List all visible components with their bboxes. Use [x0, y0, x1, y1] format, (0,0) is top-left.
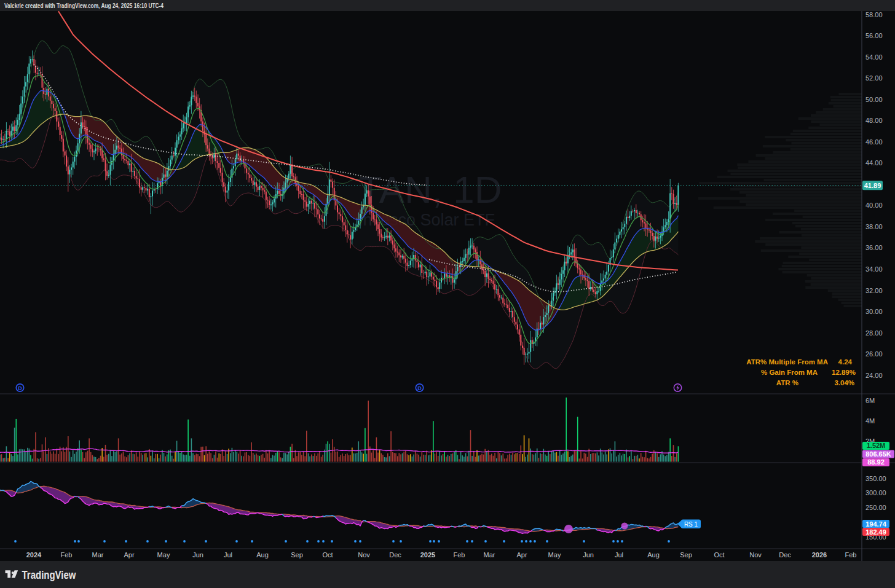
- svg-text:Mar: Mar: [92, 551, 104, 559]
- svg-text:52.00: 52.00: [865, 74, 883, 82]
- svg-text:194.74: 194.74: [865, 520, 887, 528]
- svg-text:44.00: 44.00: [865, 159, 883, 167]
- svg-text:4.24: 4.24: [838, 358, 853, 366]
- svg-text:48.00: 48.00: [865, 117, 883, 124]
- svg-text:32.00: 32.00: [865, 287, 883, 294]
- svg-text:28.00: 28.00: [865, 329, 883, 337]
- svg-text:250.00: 250.00: [865, 504, 886, 511]
- svg-text:36.00: 36.00: [865, 244, 883, 251]
- svg-text:Oct: Oct: [322, 551, 333, 559]
- svg-text:2024: 2024: [26, 551, 42, 559]
- svg-text:182.49: 182.49: [865, 528, 886, 536]
- svg-text:54.00: 54.00: [865, 53, 883, 61]
- svg-text:TradingView: TradingView: [22, 569, 77, 581]
- svg-text:2026: 2026: [812, 551, 827, 559]
- svg-text:30.00: 30.00: [865, 308, 883, 315]
- svg-text:Dec: Dec: [779, 551, 791, 559]
- svg-text:Apr: Apr: [124, 551, 134, 559]
- svg-text:May: May: [157, 551, 170, 559]
- svg-text:Dec: Dec: [389, 551, 401, 559]
- svg-text:2025: 2025: [420, 551, 435, 559]
- svg-text:300.00: 300.00: [865, 489, 886, 496]
- svg-text:Jun: Jun: [583, 551, 594, 559]
- svg-text:Sep: Sep: [291, 551, 303, 559]
- svg-text:Feb: Feb: [845, 551, 857, 559]
- svg-text:12.89%: 12.89%: [832, 369, 856, 376]
- svg-text:24.00: 24.00: [865, 372, 883, 379]
- svg-text:Sep: Sep: [680, 551, 692, 559]
- svg-text:Nov: Nov: [749, 551, 762, 559]
- svg-text:% Gain From MA: % Gain From MA: [761, 369, 818, 376]
- svg-text:Feb: Feb: [61, 551, 73, 559]
- svg-text:Aug: Aug: [647, 551, 660, 559]
- svg-text:May: May: [548, 551, 561, 559]
- svg-text:3.04%: 3.04%: [834, 379, 854, 386]
- svg-text:46.00: 46.00: [865, 138, 883, 146]
- svg-text:Mar: Mar: [484, 551, 495, 559]
- svg-text:26.00: 26.00: [865, 350, 883, 358]
- svg-text:1.52M: 1.52M: [867, 442, 886, 449]
- svg-text:350.00: 350.00: [865, 475, 886, 482]
- svg-text:D: D: [18, 385, 22, 391]
- svg-text:Oct: Oct: [714, 551, 724, 559]
- svg-text:Jul: Jul: [224, 551, 232, 559]
- svg-text:41.89: 41.89: [864, 182, 881, 189]
- svg-text:Apr: Apr: [516, 551, 527, 559]
- svg-text:Jul: Jul: [615, 551, 623, 559]
- svg-text:Valckrie created with TradingV: Valckrie created with TradingView.com, A…: [4, 2, 164, 9]
- svg-text:56.00: 56.00: [865, 32, 883, 39]
- svg-text:50.00: 50.00: [865, 96, 883, 103]
- svg-text:ATR% Multiple From MA: ATR% Multiple From MA: [746, 358, 828, 366]
- svg-text:Aug: Aug: [256, 551, 269, 559]
- svg-text:RS 1: RS 1: [684, 521, 698, 528]
- svg-text:ATR %: ATR %: [776, 379, 798, 386]
- svg-text:40.00: 40.00: [865, 202, 883, 209]
- svg-text:58.00: 58.00: [865, 11, 883, 18]
- svg-text:88.92: 88.92: [867, 458, 885, 466]
- svg-text:4M: 4M: [865, 417, 875, 425]
- svg-text:34.00: 34.00: [865, 265, 883, 273]
- svg-text:38.00: 38.00: [865, 223, 883, 230]
- svg-text:Nov: Nov: [358, 551, 370, 559]
- svg-text:D: D: [417, 385, 422, 391]
- svg-text:Feb: Feb: [454, 551, 465, 559]
- svg-text:806.65K: 806.65K: [865, 450, 891, 458]
- svg-text:Jun: Jun: [192, 551, 203, 559]
- svg-text:6M: 6M: [865, 397, 875, 404]
